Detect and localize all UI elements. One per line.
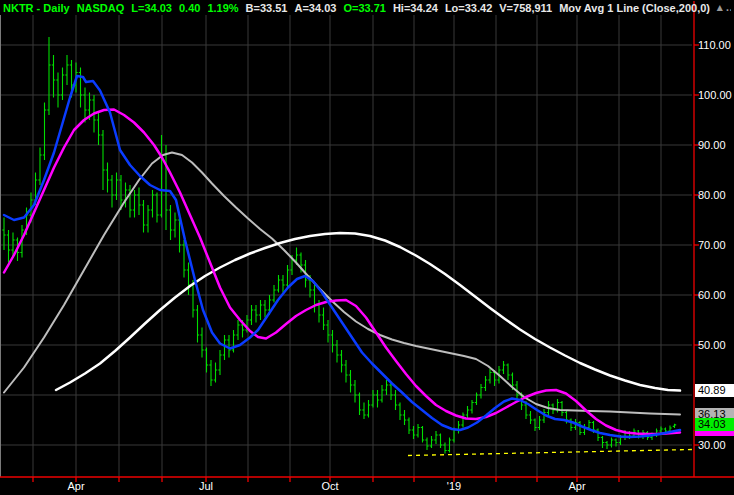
quote-field: 0.40 (179, 2, 200, 14)
quote-status-bar: NKTR - DailyNASDAQL=34.030.401.19%B=33.5… (3, 1, 731, 14)
y-axis-label: 60.00 (698, 289, 734, 301)
x-axis-label: Apr (56, 480, 96, 492)
quote-field: 1.19% (207, 2, 238, 14)
y-axis-label: 110.00 (698, 39, 734, 51)
chart-plot-area[interactable] (0, 0, 734, 495)
trading-chart-window: NKTR - DailyNASDAQL=34.030.401.19%B=33.5… (0, 0, 734, 495)
quote-field: Hi=34.24 (393, 2, 438, 14)
quote-field: A=34.03 (295, 2, 337, 14)
y-axis-label: 70.00 (698, 239, 734, 251)
x-axis-label: Jul (186, 480, 226, 492)
quote-field: L=34.03 (131, 2, 172, 14)
quote-field: Mov Avg 1 Line (Close,200,0) (559, 2, 710, 14)
ma-fast-blue (4, 76, 680, 437)
quote-field: NASDAQ (77, 2, 125, 14)
support-trendline[interactable] (408, 450, 692, 456)
quote-field: O=33.71 (343, 2, 386, 14)
price-label-box: 40.89 (695, 384, 734, 397)
quote-field: V=758,911 (499, 2, 552, 14)
ma-200-white (56, 233, 680, 391)
quote-field: B=33.51 (246, 2, 288, 14)
x-axis-label: '19 (434, 480, 474, 492)
ma-mid-magenta (4, 110, 680, 435)
quote-field: Lo=33.42 (445, 2, 492, 14)
x-axis-label: Apr (557, 480, 597, 492)
y-axis-label: 100.00 (698, 89, 734, 101)
y-axis-label: 50.00 (698, 339, 734, 351)
y-axis-label: 30.00 (698, 439, 734, 451)
x-axis-label: Oct (310, 480, 350, 492)
y-axis-label: 90.00 (698, 139, 734, 151)
y-axis-label: 80.00 (698, 189, 734, 201)
more-indicator[interactable]: ▴ … (717, 1, 731, 14)
price-label-box: 34.03 (695, 418, 734, 431)
ma-slow-gray (4, 153, 680, 415)
quote-field: NKTR - Daily (3, 2, 70, 14)
